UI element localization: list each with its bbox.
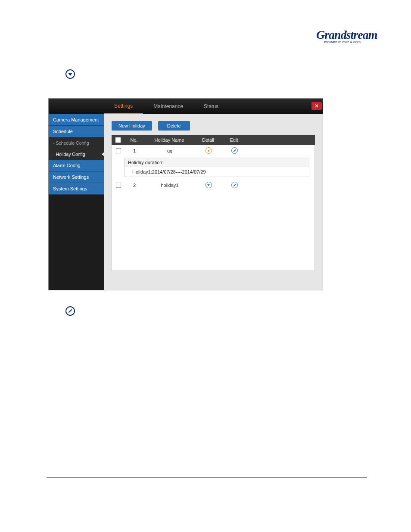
row-checkbox[interactable] bbox=[116, 183, 121, 188]
tab-maintenance[interactable]: Maintenance bbox=[143, 99, 193, 114]
col-no: No. bbox=[125, 137, 143, 143]
row-checkbox[interactable] bbox=[116, 148, 121, 153]
tab-status[interactable]: Status bbox=[193, 99, 229, 114]
detail-value: Holiday1:2014/07/28----2014/07/29 bbox=[124, 167, 309, 177]
new-holiday-button[interactable]: New Holiday bbox=[112, 121, 152, 131]
table-header: No. Holiday Name Detail Edit bbox=[112, 135, 315, 145]
cell-name: holiday1 bbox=[144, 183, 196, 188]
top-tab-bar: Settings Maintenance Status ✕ bbox=[49, 99, 323, 114]
logo: Grandstream Innovative IP Voice & Video bbox=[316, 30, 368, 44]
detail-icon[interactable] bbox=[206, 182, 212, 188]
footer-divider bbox=[47, 477, 367, 478]
sidebar: Camera Management Schedule - Schedule Co… bbox=[49, 114, 104, 290]
close-icon: ✕ bbox=[314, 103, 319, 109]
sidebar-item-schedule[interactable]: Schedule bbox=[49, 126, 104, 137]
cell-name: qq bbox=[144, 148, 196, 153]
table-row: 1 qq bbox=[112, 145, 314, 156]
edit-icon[interactable] bbox=[231, 182, 238, 188]
sidebar-item-system[interactable]: System Settings bbox=[49, 183, 104, 195]
table-body: 1 qq Holiday duration: Holiday1:2014/07/… bbox=[112, 145, 315, 271]
col-edit: Edit bbox=[221, 137, 247, 143]
content-panel: New Holiday Delete No. Holiday Name Deta… bbox=[104, 114, 323, 290]
settings-window: Settings Maintenance Status ✕ Camera Man… bbox=[48, 98, 323, 290]
col-name: Holiday Name bbox=[143, 137, 195, 143]
detail-panel: Holiday duration: Holiday1:2014/07/28---… bbox=[124, 158, 309, 177]
detail-icon[interactable] bbox=[206, 147, 212, 154]
edit-pencil-icon bbox=[65, 306, 75, 316]
col-detail: Detail bbox=[195, 137, 221, 143]
sidebar-item-network[interactable]: Network Settings bbox=[49, 171, 104, 183]
tab-settings[interactable]: Settings bbox=[104, 99, 143, 114]
select-all-checkbox[interactable] bbox=[115, 137, 121, 143]
sidebar-item-schedule-config[interactable]: - Schedule Config bbox=[49, 137, 104, 149]
logo-brand: Grandstream bbox=[316, 30, 368, 40]
detail-dropdown-icon bbox=[65, 69, 75, 79]
detail-label: Holiday duration: bbox=[124, 158, 309, 167]
cell-no: 1 bbox=[125, 148, 144, 153]
logo-tagline: Innovative IP Voice & Video bbox=[316, 40, 368, 44]
sidebar-item-holiday-config[interactable]: - Holiday Config bbox=[49, 149, 104, 160]
close-button[interactable]: ✕ bbox=[311, 102, 322, 110]
sidebar-item-camera[interactable]: Camera Management bbox=[49, 114, 104, 126]
cell-no: 2 bbox=[125, 183, 144, 188]
table-row: 2 holiday1 bbox=[112, 180, 314, 190]
delete-button[interactable]: Delete bbox=[158, 121, 190, 131]
edit-icon[interactable] bbox=[231, 147, 238, 154]
sidebar-item-alarm[interactable]: Alarm Config bbox=[49, 160, 104, 171]
